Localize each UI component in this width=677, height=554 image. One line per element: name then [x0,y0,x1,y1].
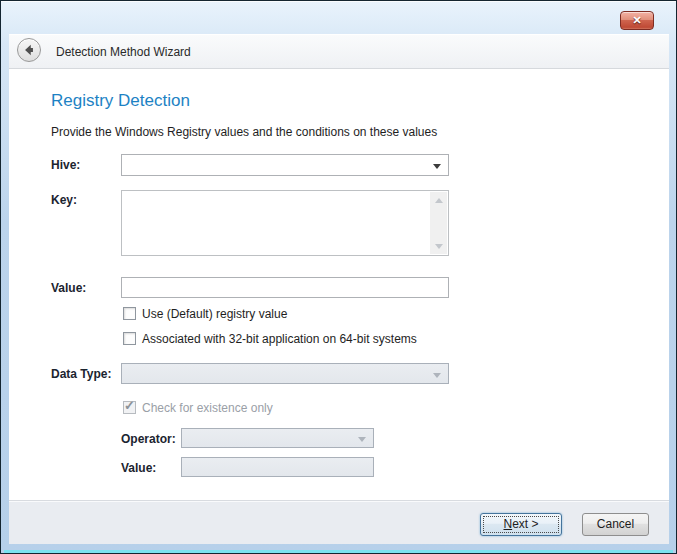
checkmark-icon: ✓ [124,399,135,412]
value-input[interactable] [121,277,449,298]
existence-label: Check for existence only [142,401,273,415]
condition-value-input [181,457,374,477]
use-default-label: Use (Default) registry value [142,307,287,321]
key-label: Key: [51,193,77,207]
value-label: Value: [51,281,86,295]
wizard-title: Detection Method Wizard [56,35,191,69]
operator-label: Operator: [121,432,176,446]
back-button[interactable] [17,38,41,62]
triangle-up-icon [435,198,443,203]
chevron-down-icon [433,373,441,378]
footer-bar: Next > Cancel [9,500,669,544]
operator-combobox-value [182,429,373,432]
key-textarea[interactable] [121,190,449,256]
wizard-header: Detection Method Wizard [9,35,669,69]
assoc-32bit-label: Associated with 32-bit application on 64… [142,332,417,346]
close-button[interactable]: ✕ [620,11,654,30]
window-bottom-glow [4,550,673,553]
next-button-label: ext > [512,517,538,531]
use-default-checkbox[interactable] [123,307,136,320]
key-scrollbar[interactable] [430,192,447,254]
next-button-mnemonic: N [503,517,512,531]
wizard-client-area: Detection Method Wizard Registry Detecti… [9,34,669,544]
back-arrow-icon [22,43,36,57]
existence-checkbox: ✓ [123,401,136,414]
data-type-label: Data Type: [51,367,111,381]
assoc-32bit-checkbox[interactable] [123,332,136,345]
triangle-down-icon [435,244,443,249]
condition-value-label: Value: [121,461,156,475]
hive-combobox-value [122,155,448,158]
cancel-button[interactable]: Cancel [582,513,649,536]
chevron-down-icon [358,437,366,442]
close-icon: ✕ [632,14,641,26]
operator-combobox [181,428,374,448]
titlebar[interactable] [1,1,676,33]
scroll-up-button[interactable] [430,192,447,208]
page-description: Provide the Windows Registry values and … [51,125,437,139]
scroll-down-button[interactable] [430,238,447,254]
wizard-window: ✕ Detection Method Wizard Registry Detec… [0,0,677,554]
hive-combobox[interactable] [121,154,449,176]
next-button[interactable]: Next > [480,513,562,536]
cancel-button-label: Cancel [597,517,634,531]
chevron-down-icon [433,164,441,169]
page-heading: Registry Detection [51,91,190,111]
hive-label: Hive: [51,158,80,172]
data-type-combobox [121,363,449,384]
data-type-combobox-value [122,364,448,367]
